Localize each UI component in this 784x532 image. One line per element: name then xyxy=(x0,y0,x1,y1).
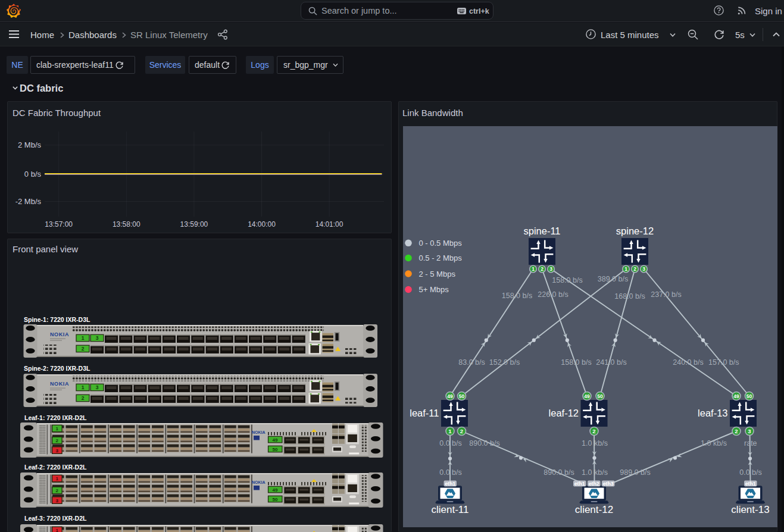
svg-text:49: 49 xyxy=(733,393,739,399)
svg-text:Leaf-1: 7220 IXR-D2L: Leaf-1: 7220 IXR-D2L xyxy=(24,414,87,421)
svg-text:rate: rate xyxy=(744,439,757,447)
svg-text:2: 2 xyxy=(82,395,85,401)
svg-text:eth1: eth1 xyxy=(574,481,585,487)
svg-text:NOKIA: NOKIA xyxy=(252,430,266,434)
svg-text:1: 1 xyxy=(82,335,85,341)
svg-text:2: 2 xyxy=(82,346,85,352)
svg-text:890.0 b/s: 890.0 b/s xyxy=(469,439,499,447)
svg-text:1: 1 xyxy=(532,266,535,272)
svg-text:2: 2 xyxy=(735,428,738,434)
svg-text:1: 1 xyxy=(624,266,627,272)
svg-text:240.0 b/s: 240.0 b/s xyxy=(673,358,703,367)
svg-text:1.0 kb/s: 1.0 kb/s xyxy=(582,439,608,447)
svg-text:1: 1 xyxy=(56,528,59,532)
svg-text:5+ Mbps: 5+ Mbps xyxy=(419,285,449,294)
svg-text:1.0 kb/s: 1.0 kb/s xyxy=(701,439,727,447)
svg-text:3: 3 xyxy=(96,384,99,390)
svg-text:157.0 b/s: 157.0 b/s xyxy=(708,358,739,367)
svg-text:1: 1 xyxy=(82,384,85,390)
svg-text:226.0 b/s: 226.0 b/s xyxy=(538,290,568,299)
svg-text:0 - 0.5 Mbps: 0 - 0.5 Mbps xyxy=(419,239,463,248)
svg-text:241.0 b/s: 241.0 b/s xyxy=(596,358,626,367)
svg-text:158.0 b/s: 158.0 b/s xyxy=(502,292,532,300)
svg-text:13:58:00: 13:58:00 xyxy=(113,220,140,229)
svg-text:Leaf-3: 7220 IXR-D2L: Leaf-3: 7220 IXR-D2L xyxy=(24,515,87,522)
svg-text:spine-11: spine-11 xyxy=(523,226,560,236)
svg-text:eth1: eth1 xyxy=(745,481,756,487)
svg-text:client-12: client-12 xyxy=(575,504,613,515)
svg-text:leaf-12: leaf-12 xyxy=(549,408,579,418)
svg-text:Spine-2: 7220 IXR-D3L: Spine-2: 7220 IXR-D3L xyxy=(24,365,90,372)
svg-text:2 - 5 Mbps: 2 - 5 Mbps xyxy=(419,270,456,278)
svg-text:83.0 b/s: 83.0 b/s xyxy=(458,358,485,367)
svg-text:158.0 b/s: 158.0 b/s xyxy=(552,276,582,284)
svg-text:leaf-11: leaf-11 xyxy=(410,408,439,418)
svg-text:spine-12: spine-12 xyxy=(616,226,654,236)
svg-text:NOKIA: NOKIA xyxy=(50,331,69,337)
svg-text:0.0 b/s: 0.0 b/s xyxy=(439,468,462,477)
svg-text:2 Mb/s: 2 Mb/s xyxy=(18,140,42,149)
svg-text:13:59:00: 13:59:00 xyxy=(180,220,208,229)
svg-text:NOKIA: NOKIA xyxy=(50,381,69,387)
svg-text:3: 3 xyxy=(748,428,751,434)
svg-text:2: 2 xyxy=(56,488,59,493)
svg-text:989.0 b/s: 989.0 b/s xyxy=(620,468,650,477)
svg-text:0.0 b/s: 0.0 b/s xyxy=(739,468,762,477)
svg-text:0 b/s: 0 b/s xyxy=(24,170,42,179)
svg-text:1.0 kb/s: 1.0 kb/s xyxy=(582,468,608,477)
svg-text:237.0 b/s: 237.0 b/s xyxy=(651,290,681,299)
svg-text:3: 3 xyxy=(96,335,99,341)
svg-text:2: 2 xyxy=(541,266,544,272)
svg-text:389.0 b/s: 389.0 b/s xyxy=(598,275,628,283)
svg-text:50: 50 xyxy=(273,447,278,452)
svg-text:Spine-1: 7220 IXR-D3L: Spine-1: 7220 IXR-D3L xyxy=(24,316,90,323)
svg-text:leaf-13: leaf-13 xyxy=(698,408,727,418)
svg-text:890.0 b/s: 890.0 b/s xyxy=(544,468,574,477)
svg-text:49: 49 xyxy=(273,487,278,493)
svg-text:2: 2 xyxy=(633,266,636,272)
svg-text:client-13: client-13 xyxy=(731,504,769,515)
svg-text:50: 50 xyxy=(273,497,278,502)
svg-text:50: 50 xyxy=(597,393,603,399)
svg-text:50: 50 xyxy=(746,393,752,399)
svg-text:Leaf-2: 7220 IXR-D2L: Leaf-2: 7220 IXR-D2L xyxy=(24,464,87,471)
svg-text:3: 3 xyxy=(56,498,59,503)
svg-text:eth1: eth1 xyxy=(445,481,455,487)
svg-text:50: 50 xyxy=(459,393,465,399)
svg-text:0.0 b/s: 0.0 b/s xyxy=(439,439,462,447)
svg-text:client-11: client-11 xyxy=(432,504,469,515)
svg-text:3: 3 xyxy=(56,448,59,453)
svg-text:49: 49 xyxy=(447,393,453,399)
svg-text:eth2: eth2 xyxy=(589,481,599,487)
svg-text:14:01:00: 14:01:00 xyxy=(316,220,343,229)
svg-text:NOKIA: NOKIA xyxy=(252,480,266,484)
svg-text:eth3: eth3 xyxy=(603,481,614,487)
svg-text:2: 2 xyxy=(460,428,463,434)
svg-text:0.5 - 2 Mbps: 0.5 - 2 Mbps xyxy=(419,254,463,262)
svg-text:14:00:00: 14:00:00 xyxy=(248,220,276,229)
svg-text:1: 1 xyxy=(56,476,59,481)
svg-text:3: 3 xyxy=(642,266,645,272)
svg-text:13:57:00: 13:57:00 xyxy=(45,220,73,229)
svg-text:2: 2 xyxy=(56,438,59,443)
svg-text:3: 3 xyxy=(549,266,552,272)
svg-text:49: 49 xyxy=(584,393,590,399)
svg-text:1: 1 xyxy=(448,428,452,434)
svg-text:1: 1 xyxy=(56,426,59,431)
svg-text:158.0 b/s: 158.0 b/s xyxy=(561,358,591,367)
svg-text:49: 49 xyxy=(273,437,278,443)
svg-text:152.0 b/s: 152.0 b/s xyxy=(489,358,520,367)
svg-text:2: 2 xyxy=(592,428,595,434)
svg-text:-2 Mb/s: -2 Mb/s xyxy=(15,197,42,206)
svg-text:168.0 b/s: 168.0 b/s xyxy=(614,292,645,301)
